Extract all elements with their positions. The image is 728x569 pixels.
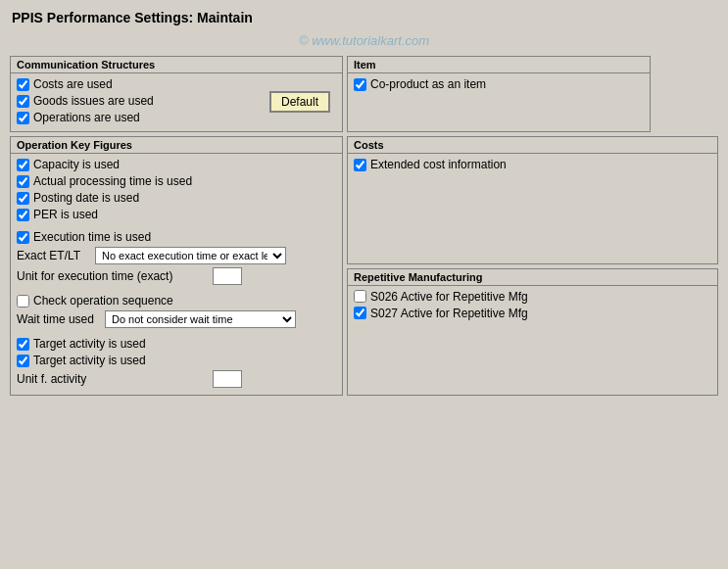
co-product-label: Co-product as an item xyxy=(370,77,486,91)
per-used-checkbox[interactable] xyxy=(17,209,29,221)
communication-structures-header: Communication Structures xyxy=(11,57,342,73)
s027-row: S027 Active for Repetitive Mfg xyxy=(354,307,711,320)
per-used-label: PER is used xyxy=(33,208,98,221)
target2-row: Target activity is used xyxy=(17,354,336,367)
repetitive-mfg-body: S026 Active for Repetitive Mfg S027 Acti… xyxy=(348,286,717,327)
target1-checkbox[interactable] xyxy=(17,338,29,351)
actual-processing-row: Actual processing time is used xyxy=(17,174,336,188)
s026-row: S026 Active for Repetitive Mfg xyxy=(354,290,711,304)
capacity-used-label: Capacity is used xyxy=(33,158,120,171)
wait-time-row: Wait time used Do not consider wait time… xyxy=(17,310,336,328)
operation-key-figures-panel: Operation Key Figures Capacity is used A… xyxy=(10,136,343,396)
actual-processing-checkbox[interactable] xyxy=(17,175,29,188)
exact-et-lt-row: Exact ET/LT No exact execution time or e… xyxy=(17,247,336,264)
operation-key-figures-body: Capacity is used Actual processing time … xyxy=(11,154,342,395)
communication-structures-panel: Communication Structures Costs are used … xyxy=(10,56,343,132)
operations-used-label: Operations are used xyxy=(33,111,140,124)
item-panel: Item Co-product as an item xyxy=(347,56,651,132)
unit-exec-row: Unit for execution time (exact) xyxy=(17,267,336,285)
capacity-used-row: Capacity is used xyxy=(17,158,336,171)
page-title: PPIS Performance Settings: Maintain xyxy=(12,10,716,25)
costs-used-row: Costs are used xyxy=(17,77,260,91)
bottom-panels-row: Operation Key Figures Capacity is used A… xyxy=(10,136,718,396)
comm-checkboxes: Costs are used Goods issues are used Ope… xyxy=(17,77,260,127)
goods-issues-row: Goods issues are used xyxy=(17,94,260,108)
watermark: © www.tutorialkart.com xyxy=(4,33,724,48)
execution-time-row: Execution time is used xyxy=(17,230,336,244)
operations-used-checkbox[interactable] xyxy=(17,112,29,124)
goods-issues-checkbox[interactable] xyxy=(17,95,29,108)
capacity-used-checkbox[interactable] xyxy=(17,159,29,171)
posting-date-row: Posting date is used xyxy=(17,191,336,205)
unit-activity-label: Unit f. activity xyxy=(17,372,213,386)
costs-body: Extended cost information xyxy=(348,154,717,178)
item-body: Co-product as an item xyxy=(348,73,650,98)
target1-label: Target activity is used xyxy=(33,337,146,351)
unit-activity-row: Unit f. activity xyxy=(17,370,336,388)
repetitive-mfg-panel: Repetitive Manufacturing S026 Active for… xyxy=(347,268,718,397)
actual-processing-label: Actual processing time is used xyxy=(33,174,192,188)
extended-cost-label: Extended cost information xyxy=(370,158,507,171)
wait-time-label: Wait time used xyxy=(17,312,105,326)
co-product-checkbox[interactable] xyxy=(354,78,366,91)
target1-row: Target activity is used xyxy=(17,337,336,351)
check-operation-row: Check operation sequence xyxy=(17,294,336,308)
right-column: Costs Extended cost information Repetiti… xyxy=(347,136,718,396)
execution-time-label: Execution time is used xyxy=(33,230,151,244)
operation-key-figures-header: Operation Key Figures xyxy=(11,137,342,154)
s027-checkbox[interactable] xyxy=(354,307,366,319)
target2-label: Target activity is used xyxy=(33,354,146,367)
window: PPIS Performance Settings: Maintain © ww… xyxy=(0,0,728,409)
repetitive-mfg-header: Repetitive Manufacturing xyxy=(348,269,717,286)
operations-used-row: Operations are used xyxy=(17,111,260,124)
per-used-row: PER is used xyxy=(17,208,336,221)
exact-et-lt-label: Exact ET/LT xyxy=(17,249,95,262)
top-panels-row: Communication Structures Costs are used … xyxy=(10,56,718,132)
s027-label: S027 Active for Repetitive Mfg xyxy=(370,307,528,320)
costs-panel: Costs Extended cost information xyxy=(347,136,718,264)
comm-row: Costs are used Goods issues are used Ope… xyxy=(17,77,336,127)
main-content: Communication Structures Costs are used … xyxy=(4,54,724,405)
default-btn-wrapper: Default xyxy=(260,77,336,113)
target2-checkbox[interactable] xyxy=(17,355,29,367)
unit-exec-input[interactable] xyxy=(213,267,242,285)
s026-label: S026 Active for Repetitive Mfg xyxy=(370,290,528,304)
wait-time-select[interactable]: Do not consider wait time Consider wait … xyxy=(105,310,296,328)
unit-exec-label: Unit for execution time (exact) xyxy=(17,269,213,283)
extended-cost-row: Extended cost information xyxy=(354,158,711,171)
check-operation-label: Check operation sequence xyxy=(33,294,173,308)
posting-date-label: Posting date is used xyxy=(33,191,139,205)
title-bar: PPIS Performance Settings: Maintain xyxy=(4,4,724,33)
item-header: Item xyxy=(348,57,650,73)
execution-time-checkbox[interactable] xyxy=(17,231,29,244)
check-operation-checkbox[interactable] xyxy=(17,295,29,308)
costs-used-label: Costs are used xyxy=(33,77,113,91)
extended-cost-checkbox[interactable] xyxy=(354,159,366,171)
costs-header: Costs xyxy=(348,137,717,154)
posting-date-checkbox[interactable] xyxy=(17,192,29,205)
default-button[interactable]: Default xyxy=(269,91,330,113)
s026-checkbox[interactable] xyxy=(354,290,366,303)
co-product-row: Co-product as an item xyxy=(354,77,644,91)
costs-used-checkbox[interactable] xyxy=(17,78,29,91)
goods-issues-label: Goods issues are used xyxy=(33,94,154,108)
exact-et-lt-select[interactable]: No exact execution time or exact le... E… xyxy=(95,247,286,264)
communication-structures-body: Costs are used Goods issues are used Ope… xyxy=(11,73,342,131)
unit-activity-input[interactable] xyxy=(213,370,242,388)
